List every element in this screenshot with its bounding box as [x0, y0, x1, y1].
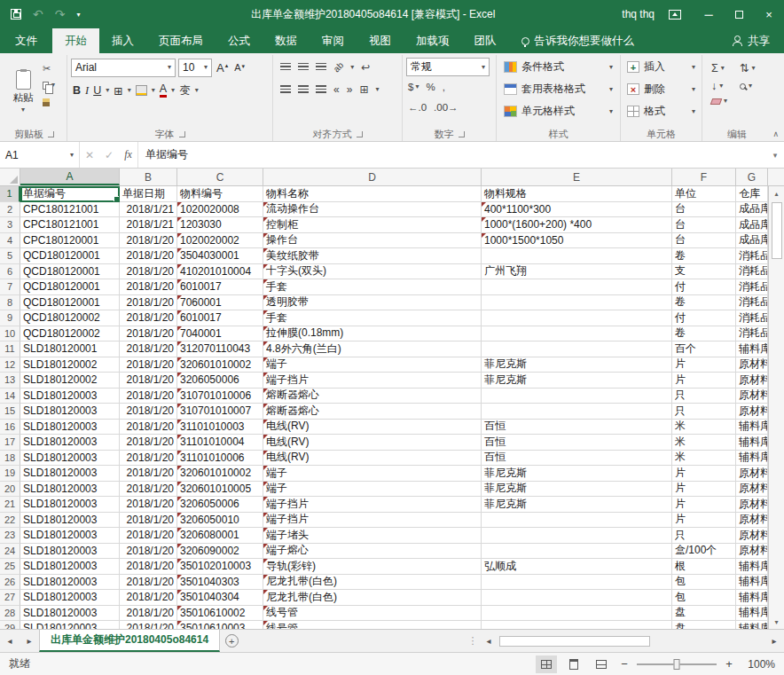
align-middle-icon[interactable] — [298, 63, 309, 71]
cell-B26[interactable]: 2018/1/20 — [120, 575, 177, 591]
horizontal-scrollbar-thumb[interactable] — [499, 636, 650, 647]
zoom-in-button[interactable]: + — [723, 657, 735, 671]
cell-E9[interactable] — [482, 310, 672, 326]
zoom-level[interactable]: 100% — [741, 658, 775, 671]
horizontal-scrollbar[interactable] — [498, 630, 764, 652]
cell-B14[interactable]: 2018/1/20 — [120, 389, 177, 404]
sheet-nav-left-icon[interactable]: ◂ — [0, 630, 20, 652]
ribbon-display-options-icon[interactable] — [669, 10, 681, 20]
cell-B8[interactable]: 2018/1/20 — [120, 295, 177, 311]
cell-D18[interactable]: 电线(RV) — [263, 451, 482, 467]
cell-A16[interactable]: SLD180120003 — [20, 420, 120, 436]
cell-G24[interactable]: 原材料 — [736, 544, 768, 560]
cell-B7[interactable]: 2018/1/20 — [120, 279, 177, 295]
formula-content[interactable]: 单据编号 — [138, 142, 766, 168]
cell-F4[interactable]: 台 — [672, 233, 736, 249]
cell-F1[interactable]: 单位 — [672, 186, 736, 202]
cell-C10[interactable]: 7040001 — [177, 326, 263, 342]
cell-B20[interactable]: 2018/1/20 — [120, 482, 177, 498]
new-sheet-button[interactable]: + — [220, 630, 243, 652]
cell-B17[interactable]: 2018/1/20 — [120, 435, 177, 451]
cell-E17[interactable]: 百恒 — [482, 435, 672, 451]
cell-C28[interactable]: 35010610002 — [177, 606, 263, 622]
cell-E22[interactable] — [482, 513, 672, 529]
align-bottom-icon[interactable] — [316, 63, 326, 71]
cell-A25[interactable]: SLD180120003 — [20, 559, 120, 575]
cell-C4[interactable]: 1020020002 — [177, 233, 263, 249]
col-header-A[interactable]: A — [20, 169, 120, 185]
sheet-nav-right-icon[interactable]: ▸ — [20, 630, 39, 652]
row-header-16[interactable]: 16 — [0, 420, 20, 436]
row-header-20[interactable]: 20 — [0, 482, 20, 498]
cell-B9[interactable]: 2018/1/20 — [120, 310, 177, 326]
row-header-19[interactable]: 19 — [0, 466, 20, 482]
cell-B23[interactable]: 2018/1/20 — [120, 528, 177, 544]
col-header-B[interactable]: B — [120, 169, 177, 185]
cell-B27[interactable]: 2018/1/20 — [120, 590, 177, 606]
cell-D22[interactable]: 端子挡片 — [263, 513, 482, 529]
cell-F24[interactable]: 盒/100个 — [672, 544, 736, 560]
align-right-icon[interactable] — [316, 85, 326, 93]
cell-styles-button[interactable]: 单元格样式▾ — [500, 100, 616, 122]
cell-D10[interactable]: 拉伸膜(0.18mm) — [263, 326, 482, 342]
row-header-13[interactable]: 13 — [0, 373, 20, 389]
cell-D2[interactable]: 流动操作台 — [263, 202, 482, 218]
cell-F26[interactable]: 包 — [672, 575, 736, 591]
vertical-scrollbar-thumb[interactable] — [772, 202, 782, 259]
cell-F9[interactable]: 付 — [672, 310, 736, 326]
ribbon-tab-page-layout[interactable]: 页面布局 — [146, 28, 216, 53]
ribbon-tab-team[interactable]: 团队 — [462, 28, 509, 53]
conditional-formatting-button[interactable]: 条件格式▾ — [500, 56, 616, 78]
hscroll-left-arrow[interactable]: ◂ — [479, 630, 498, 652]
ribbon-tab-home[interactable]: 开始 — [52, 28, 99, 53]
cell-B6[interactable]: 2018/1/20 — [120, 264, 177, 280]
cell-B29[interactable]: 2018/1/20 — [120, 621, 177, 629]
cell-F11[interactable]: 百个 — [672, 341, 736, 357]
cell-E3[interactable]: 1000*(1600+200) *400 — [482, 217, 672, 233]
cell-G11[interactable]: 辅料库 — [736, 341, 768, 357]
number-format-combo[interactable]: 常规▾ — [406, 58, 490, 76]
cell-C27[interactable]: 3501040304 — [177, 590, 263, 606]
delete-cells-button[interactable]: ×删除▾ — [624, 78, 698, 100]
cell-C9[interactable]: 6010017 — [177, 310, 263, 326]
tab-splitter[interactable]: ⋮ — [466, 630, 479, 652]
col-header-C[interactable]: C — [177, 169, 263, 185]
cell-F23[interactable]: 只 — [672, 528, 736, 544]
normal-view-button[interactable] — [536, 655, 557, 673]
cell-E18[interactable]: 百恒 — [482, 451, 672, 467]
fill-button[interactable]: ↓▾ — [711, 80, 727, 92]
sheet-tab-active[interactable]: 出库单金额维护20180405o84614 — [39, 630, 220, 652]
orientation-button[interactable]: ab — [332, 60, 346, 75]
cell-C5[interactable]: 3504030001 — [177, 248, 263, 264]
cell-C15[interactable]: 310701010007 — [177, 404, 263, 420]
sort-filter-button[interactable]: ⇅▾ — [740, 61, 756, 75]
ribbon-tab-review[interactable]: 审阅 — [310, 28, 357, 53]
cell-C1[interactable]: 物料编号 — [177, 186, 263, 202]
cell-E21[interactable]: 菲尼克斯 — [482, 497, 672, 513]
format-cells-button[interactable]: 格式▾ — [624, 100, 698, 122]
cell-F29[interactable]: 盘 — [672, 621, 736, 629]
accounting-format-button[interactable]: $▾ — [408, 82, 419, 92]
cell-B1[interactable]: 单据日期 — [120, 186, 177, 202]
cell-D20[interactable]: 端子 — [263, 482, 482, 498]
row-header-17[interactable]: 17 — [0, 435, 20, 451]
row-header-23[interactable]: 23 — [0, 528, 20, 544]
align-top-icon[interactable] — [280, 63, 291, 71]
cell-G15[interactable]: 原材料 — [736, 404, 768, 420]
zoom-slider-thumb[interactable] — [674, 659, 680, 670]
chevron-down-icon[interactable]: ▾ — [171, 87, 175, 94]
cell-F21[interactable]: 片 — [672, 497, 736, 513]
row-header-6[interactable]: 6 — [0, 264, 20, 280]
cell-B25[interactable]: 2018/1/20 — [120, 559, 177, 575]
cell-G23[interactable]: 原材料 — [736, 528, 768, 544]
insert-function-button[interactable]: fx — [119, 142, 138, 168]
minimize-button[interactable]: ─ — [694, 0, 724, 28]
cell-C19[interactable]: 320601010002 — [177, 466, 263, 482]
cell-D15[interactable]: 熔断器熔心 — [263, 404, 482, 420]
row-header-24[interactable]: 24 — [0, 544, 20, 560]
cell-E12[interactable]: 菲尼克斯 — [482, 357, 672, 373]
cell-E10[interactable] — [482, 326, 672, 342]
cell-B12[interactable]: 2018/1/20 — [120, 357, 177, 373]
cell-F2[interactable]: 台 — [672, 202, 736, 218]
cell-C3[interactable]: 1203030 — [177, 217, 263, 233]
